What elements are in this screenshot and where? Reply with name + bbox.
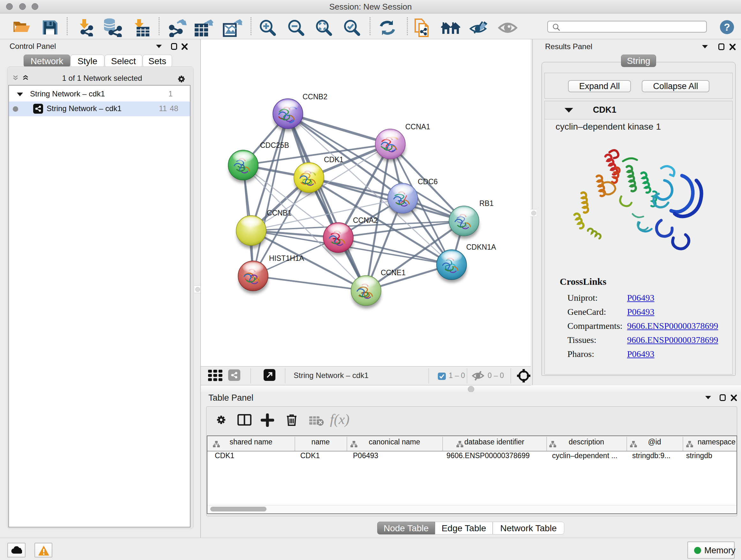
svg-text:CDC6: CDC6 bbox=[418, 178, 438, 186]
svg-text:CCNA1: CCNA1 bbox=[405, 123, 430, 131]
svg-text:CCNB1: CCNB1 bbox=[267, 209, 292, 217]
svg-text:CDK1: CDK1 bbox=[324, 155, 343, 164]
svg-text:CDKN1A: CDKN1A bbox=[466, 243, 496, 251]
svg-text:CCNE1: CCNE1 bbox=[381, 268, 406, 277]
svg-text:CCNA2: CCNA2 bbox=[353, 216, 378, 225]
svg-text:RB1: RB1 bbox=[479, 199, 494, 207]
svg-text:HIST1H1A: HIST1H1A bbox=[269, 254, 305, 262]
svg-text:CCNB2: CCNB2 bbox=[302, 92, 327, 101]
svg-text:CDC25B: CDC25B bbox=[260, 141, 289, 149]
